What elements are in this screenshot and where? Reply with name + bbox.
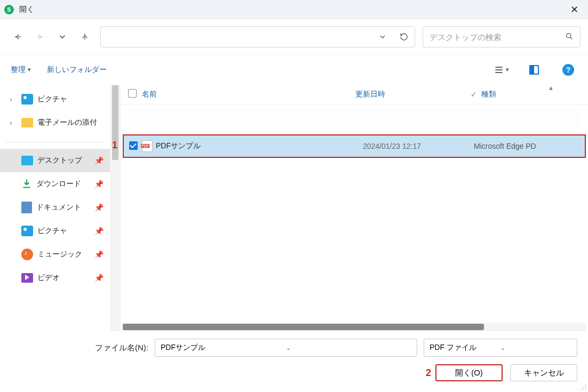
chevron-down-icon <box>58 32 67 42</box>
chevron-down-icon[interactable]: ⌄ <box>500 345 571 351</box>
filename-input[interactable]: PDFサンプル ⌄ <box>155 339 417 357</box>
svg-point-6 <box>585 389 586 390</box>
file-name: PDFサンプル <box>156 141 363 151</box>
view-menu[interactable]: ▾ <box>493 65 509 75</box>
pane-icon <box>529 65 539 75</box>
picture-icon <box>21 226 33 236</box>
quick-access-videos[interactable]: ビデオ 📌 <box>0 266 110 290</box>
pin-icon: 📌 <box>94 203 104 212</box>
resize-grip[interactable] <box>579 383 586 390</box>
address-dropdown[interactable] <box>372 27 393 47</box>
quick-access-documents[interactable]: ドキュメント 📌 <box>0 196 110 219</box>
search-input[interactable] <box>430 33 565 42</box>
file-type-filter[interactable]: PDF ファイル ⌄ <box>424 339 577 357</box>
toolbar: 整理 ▾ 新しいフォルダー ▾ ? <box>0 54 588 84</box>
preview-pane-button[interactable] <box>525 61 543 79</box>
chevron-down-icon: ▾ <box>506 66 509 73</box>
pin-icon: 📌 <box>94 156 104 165</box>
refresh-icon <box>400 33 408 41</box>
qa-label: ピクチャ <box>37 226 67 236</box>
organize-menu[interactable]: 整理 ▾ <box>11 65 31 75</box>
main-area: › ピクチャ › 電子メールの添付 デスクトップ 📌 ダウンロード <box>0 84 588 331</box>
quick-access-pictures[interactable]: ピクチャ 📌 <box>0 219 110 243</box>
app-icon: S <box>4 5 14 14</box>
window-title: 開く <box>19 5 34 14</box>
scrollbar-thumb[interactable] <box>123 324 484 330</box>
select-all-checkbox[interactable] <box>128 89 142 99</box>
address-bar[interactable] <box>100 26 415 47</box>
expand-icon[interactable]: › <box>10 95 17 103</box>
chevron-down-icon: ▾ <box>28 66 31 73</box>
sort-indicator[interactable]: ✓ <box>466 90 481 99</box>
svg-point-3 <box>585 387 586 388</box>
new-folder-button[interactable]: 新しいフォルダー <box>47 65 107 75</box>
chevron-down-icon[interactable]: ⌄ <box>286 345 411 351</box>
tree-scrollbar[interactable] <box>110 84 121 331</box>
download-icon <box>21 178 32 190</box>
list-icon <box>493 65 505 75</box>
arrow-left-icon <box>13 32 22 42</box>
qa-label: デスクトップ <box>37 156 82 165</box>
svg-point-4 <box>581 389 582 390</box>
tree-label: 電子メールの添付 <box>37 118 97 127</box>
music-icon <box>21 249 33 260</box>
svg-point-2 <box>583 387 584 388</box>
svg-point-0 <box>567 33 571 37</box>
filename-label: ファイル名(N): <box>95 343 148 353</box>
up-button[interactable] <box>75 27 95 47</box>
chevron-down-icon <box>378 33 387 41</box>
column-date[interactable]: 更新日時 <box>355 90 466 99</box>
sort-asc-icon: ▴ <box>543 83 558 92</box>
folder-icon <box>21 118 33 127</box>
help-button[interactable]: ? <box>559 61 577 79</box>
quick-access-downloads[interactable]: ダウンロード 📌 <box>0 172 110 196</box>
column-headers: 名前 更新日時 ✓ 種類 ▴ <box>121 84 588 105</box>
expand-icon[interactable]: › <box>10 118 17 127</box>
nav-row <box>0 19 588 54</box>
arrow-up-icon <box>80 32 90 42</box>
footer: ファイル名(N): PDFサンプル ⌄ PDF ファイル ⌄ 2 開く(O) キ… <box>0 331 588 392</box>
picture-icon <box>21 94 33 105</box>
search-icon[interactable] <box>565 32 574 42</box>
search-box[interactable] <box>423 26 581 47</box>
tree-label: ピクチャ <box>37 94 67 104</box>
horizontal-scrollbar[interactable] <box>123 323 586 331</box>
tree-item-mail-attachments[interactable]: › 電子メールの添付 <box>0 111 110 134</box>
back-button[interactable] <box>7 27 28 47</box>
quick-access-music[interactable]: ミュージック 📌 <box>0 243 110 266</box>
redacted-row <box>128 108 581 133</box>
history-dropdown[interactable] <box>52 27 73 47</box>
cancel-button[interactable]: キャンセル <box>510 364 577 381</box>
pin-icon: 📌 <box>94 227 104 235</box>
title-bar: S 開く ✕ <box>0 0 588 19</box>
forward-button[interactable] <box>30 27 50 47</box>
column-type[interactable]: 種類 <box>481 90 588 99</box>
qa-label: ダウンロード <box>36 179 81 189</box>
arrow-right-icon <box>35 32 45 42</box>
help-icon: ? <box>562 64 574 76</box>
pin-icon: 📌 <box>94 250 104 259</box>
pin-icon: 📌 <box>94 180 104 188</box>
navigation-tree: › ピクチャ › 電子メールの添付 デスクトップ 📌 ダウンロード <box>0 84 110 331</box>
file-row[interactable]: 1 PDFサンプル 2024/01/23 12:17 Microsoft Edg… <box>123 134 586 158</box>
file-list: 名前 更新日時 ✓ 種類 ▴ 1 PDFサンプル 2024/01/23 12:1… <box>121 84 588 331</box>
annotation-1: 1 <box>112 140 117 151</box>
pdf-icon <box>142 140 156 152</box>
organize-label: 整理 <box>11 65 26 75</box>
document-icon <box>21 202 32 213</box>
file-type: Microsoft Edge PD <box>474 142 585 150</box>
video-icon <box>21 273 33 283</box>
row-checkbox[interactable] <box>129 141 142 151</box>
qa-label: ミュージック <box>37 250 82 259</box>
filename-value: PDFサンプル <box>161 343 286 353</box>
qa-label: ビデオ <box>37 273 60 283</box>
close-button[interactable]: ✕ <box>565 2 584 18</box>
tree-item-pictures[interactable]: › ピクチャ <box>0 87 110 111</box>
refresh-button[interactable] <box>393 27 415 47</box>
svg-point-5 <box>583 389 584 390</box>
open-button[interactable]: 開く(O) <box>435 364 503 381</box>
column-name[interactable]: 名前 <box>142 90 355 99</box>
filter-value: PDF ファイル <box>430 343 500 353</box>
desktop-icon <box>21 156 33 165</box>
quick-access-desktop[interactable]: デスクトップ 📌 <box>0 149 110 172</box>
